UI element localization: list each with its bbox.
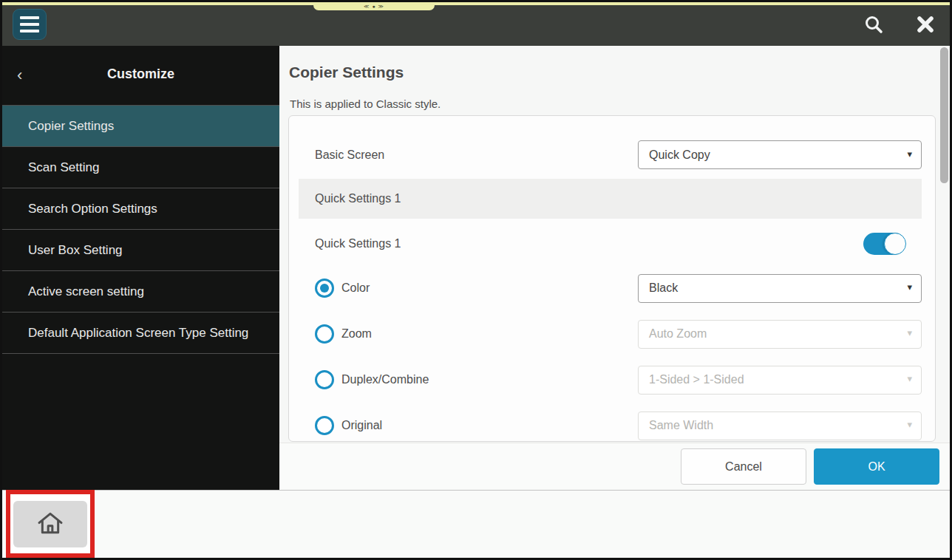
sidebar-item-label: Scan Setting bbox=[28, 160, 99, 175]
main-panel: Copier Settings This is applied to Class… bbox=[279, 46, 950, 490]
top-bar bbox=[2, 2, 950, 46]
basic-screen-label: Basic Screen bbox=[315, 148, 384, 162]
section-header: Quick Settings 1 bbox=[299, 179, 922, 219]
option-row: Zoom Auto Zoom ▾ bbox=[315, 311, 922, 357]
status-tab-indicator: ≪ ● ≫ bbox=[364, 4, 384, 10]
hamburger-icon bbox=[20, 16, 39, 19]
sidebar-item[interactable]: User Box Setting bbox=[2, 230, 279, 271]
sidebar-item[interactable]: Default Application Screen Type Setting bbox=[2, 313, 279, 354]
radio-button[interactable] bbox=[315, 324, 334, 344]
option-value: Black bbox=[649, 281, 678, 295]
search-button[interactable] bbox=[863, 13, 885, 35]
option-label: Color bbox=[341, 281, 638, 295]
sidebar-item[interactable]: Active screen setting bbox=[2, 271, 279, 313]
radio-dot bbox=[320, 421, 329, 430]
sidebar-item[interactable]: Scan Setting bbox=[2, 147, 279, 188]
cancel-button[interactable]: Cancel bbox=[681, 448, 806, 485]
page-subtitle: This is applied to Classic style. bbox=[290, 98, 441, 110]
basic-screen-row: Basic Screen Quick Copy ▾ bbox=[315, 140, 922, 169]
radio-dot bbox=[320, 284, 329, 293]
status-strip bbox=[2, 2, 950, 5]
sidebar-item-label: Copier Settings bbox=[28, 119, 114, 134]
sidebar-item-label: Default Application Screen Type Setting bbox=[28, 326, 248, 341]
radio-button[interactable] bbox=[315, 279, 334, 298]
chevron-down-icon: ▾ bbox=[907, 148, 912, 160]
option-dropdown[interactable]: Black ▾ bbox=[638, 274, 922, 303]
option-row: Duplex/Combine 1-Sided > 1-Sided ▾ bbox=[315, 357, 922, 403]
quick-settings-label: Quick Settings 1 bbox=[315, 237, 401, 250]
option-row: Original Same Width ▾ bbox=[315, 403, 922, 442]
option-dropdown[interactable]: 1-Sided > 1-Sided ▾ bbox=[638, 366, 922, 395]
toggle-knob bbox=[884, 233, 906, 255]
basic-screen-value: Quick Copy bbox=[649, 148, 710, 162]
quick-settings-toggle-row: Quick Settings 1 bbox=[315, 229, 905, 258]
option-label: Original bbox=[341, 419, 638, 432]
scrollbar[interactable] bbox=[939, 47, 949, 488]
settings-card: Basic Screen Quick Copy ▾ Quick Settings… bbox=[288, 115, 936, 442]
action-footer: Cancel OK bbox=[279, 443, 950, 490]
sidebar-item-label: User Box Setting bbox=[28, 243, 123, 258]
scrollbar-thumb[interactable] bbox=[940, 47, 948, 183]
option-value: 1-Sided > 1-Sided bbox=[649, 373, 744, 386]
chevron-down-icon: ▾ bbox=[907, 327, 912, 338]
radio-dot bbox=[320, 329, 329, 338]
option-row: Color Black ▾ bbox=[315, 265, 922, 311]
sidebar-menu: Copier Settings Scan Setting Search Opti… bbox=[2, 105, 279, 354]
bottom-bar bbox=[2, 490, 950, 558]
chevron-down-icon: ▾ bbox=[907, 281, 912, 293]
menu-button[interactable] bbox=[13, 9, 47, 40]
basic-screen-dropdown[interactable]: Quick Copy ▾ bbox=[638, 140, 922, 169]
close-icon bbox=[917, 16, 934, 33]
annotation-highlight-box bbox=[6, 490, 95, 558]
device-frame: ≪ ● ≫ bbox=[2, 2, 950, 558]
radio-button[interactable] bbox=[315, 370, 334, 389]
sidebar: ‹ Customize Copier Settings Scan Setting… bbox=[2, 46, 279, 490]
radio-dot bbox=[320, 375, 329, 384]
chevron-down-icon: ▾ bbox=[907, 373, 912, 384]
screen: ≪ ● ≫ bbox=[0, 0, 952, 560]
option-value: Auto Zoom bbox=[649, 327, 707, 341]
sidebar-header: ‹ Customize bbox=[2, 46, 279, 105]
option-dropdown[interactable]: Same Width ▾ bbox=[638, 412, 922, 440]
sidebar-title: Customize bbox=[2, 66, 279, 82]
radio-button[interactable] bbox=[315, 416, 334, 435]
chevron-down-icon: ▾ bbox=[907, 419, 912, 430]
page-title: Copier Settings bbox=[289, 64, 404, 81]
option-label: Zoom bbox=[341, 327, 638, 341]
ok-button[interactable]: OK bbox=[814, 448, 939, 485]
close-button[interactable] bbox=[914, 13, 936, 35]
sidebar-item[interactable]: Search Option Settings bbox=[2, 188, 279, 230]
sidebar-item-label: Active screen setting bbox=[28, 284, 144, 299]
status-tab: ≪ ● ≫ bbox=[313, 2, 435, 10]
option-list: Color Black ▾ Zoom bbox=[289, 265, 935, 442]
home-button[interactable] bbox=[13, 501, 87, 547]
section-header-label: Quick Settings 1 bbox=[315, 192, 401, 205]
home-icon bbox=[35, 509, 65, 539]
option-dropdown[interactable]: Auto Zoom ▾ bbox=[638, 320, 922, 349]
sidebar-item-label: Search Option Settings bbox=[28, 202, 157, 216]
sidebar-item[interactable]: Copier Settings bbox=[2, 106, 279, 147]
search-icon bbox=[863, 14, 884, 35]
option-label: Duplex/Combine bbox=[341, 373, 638, 386]
quick-settings-toggle[interactable] bbox=[863, 233, 905, 255]
option-value: Same Width bbox=[649, 419, 713, 432]
